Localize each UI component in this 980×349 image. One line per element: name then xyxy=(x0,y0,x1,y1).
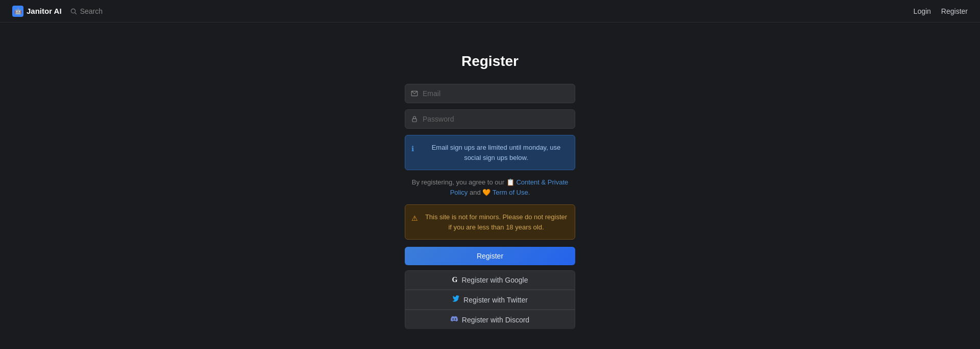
logo[interactable]: 🤖 Janitor AI xyxy=(12,6,62,17)
info-box: ℹ Email sign ups are limited until monda… xyxy=(405,135,575,170)
navbar: 🤖 Janitor AI Search Login Register xyxy=(0,0,980,22)
agreement-text: By registering, you agree to our 📋 Conte… xyxy=(405,177,575,197)
discord-icon xyxy=(451,315,458,324)
register-discord-button[interactable]: Register with Discord xyxy=(405,310,575,329)
warning-icon: ⚠ xyxy=(411,213,418,224)
warning-message: This site is not for minors. Please do n… xyxy=(425,213,567,231)
google-icon: G xyxy=(452,276,458,284)
svg-rect-3 xyxy=(412,119,416,122)
policy-emoji: 📋 xyxy=(506,178,517,186)
search-icon xyxy=(70,8,77,15)
password-input-group xyxy=(405,109,575,129)
login-link[interactable]: Login xyxy=(914,7,931,15)
social-buttons: G Register with Google Register with Twi… xyxy=(405,270,575,329)
info-message: Email sign ups are limited until monday,… xyxy=(432,144,561,161)
terms-link[interactable]: Term of Use. xyxy=(493,189,530,196)
agreement-prefix: By registering, you agree to our xyxy=(412,178,504,186)
nav-left: 🤖 Janitor AI Search xyxy=(12,6,103,17)
lock-icon xyxy=(411,115,418,123)
svg-line-1 xyxy=(75,12,76,14)
register-google-button[interactable]: G Register with Google xyxy=(405,270,575,290)
nav-right: Login Register xyxy=(914,7,968,15)
search-label: Search xyxy=(80,7,103,15)
password-field[interactable] xyxy=(405,109,575,129)
register-twitter-button[interactable]: Register with Twitter xyxy=(405,290,575,310)
page-title: Register xyxy=(461,53,519,69)
warning-box: ⚠ This site is not for minors. Please do… xyxy=(405,204,575,240)
agreement-and: and xyxy=(470,189,482,196)
search-button[interactable]: Search xyxy=(70,7,103,15)
email-input-group xyxy=(405,84,575,103)
email-field[interactable] xyxy=(405,84,575,103)
svg-point-0 xyxy=(71,9,75,13)
register-link[interactable]: Register xyxy=(941,7,968,15)
register-button[interactable]: Register xyxy=(405,247,575,265)
terms-emoji: 🧡 xyxy=(482,189,492,196)
google-label: Register with Google xyxy=(461,276,528,284)
email-icon xyxy=(411,90,418,97)
info-icon: ℹ xyxy=(411,144,414,154)
twitter-icon xyxy=(452,295,459,304)
register-form: ℹ Email sign ups are limited until monda… xyxy=(405,84,575,329)
discord-label: Register with Discord xyxy=(462,316,529,324)
twitter-label: Register with Twitter xyxy=(463,296,528,304)
main-content: Register ℹ Email si xyxy=(0,22,980,329)
logo-icon: 🤖 xyxy=(12,6,23,17)
logo-text: Janitor AI xyxy=(27,7,62,15)
